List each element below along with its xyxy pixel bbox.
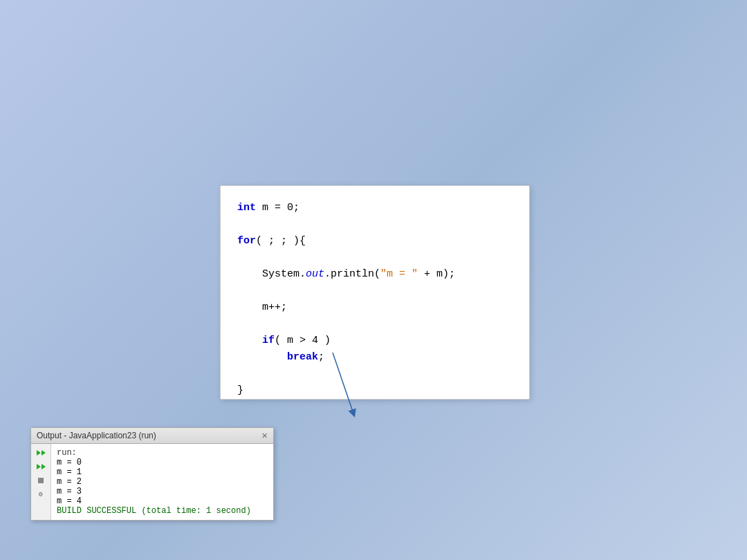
code-line-blank3 bbox=[237, 283, 513, 299]
output-toolbar: ⚙ bbox=[31, 444, 51, 520]
output-line-m3: m = 3 bbox=[57, 487, 268, 496]
output-line-m4: m = 4 bbox=[57, 496, 268, 506]
code-line-4: m++; bbox=[237, 299, 513, 316]
code-line-2: for( ; ; ){ bbox=[237, 233, 513, 250]
output-build-success: BUILD SUCCESSFUL (total time: 1 second) bbox=[57, 506, 268, 516]
code-line-5: if( m > 4 ) bbox=[237, 333, 513, 349]
code-line-blank4 bbox=[237, 316, 513, 333]
output-line-m2: m = 2 bbox=[57, 477, 268, 487]
output-close-button[interactable]: ✕ bbox=[261, 431, 268, 440]
code-line-blank1 bbox=[237, 216, 513, 233]
code-line-3: System.out.println("m = " + m); bbox=[237, 266, 513, 283]
output-title: Output - JavaApplication23 (run) bbox=[37, 431, 156, 440]
output-line-m1: m = 1 bbox=[57, 467, 268, 477]
output-line-m0: m = 0 bbox=[57, 458, 268, 467]
code-line-7: } bbox=[237, 382, 513, 399]
code-line-blank2 bbox=[237, 250, 513, 266]
output-run-label: run: bbox=[57, 448, 268, 458]
output-panel: Output - JavaApplication23 (run) ✕ bbox=[30, 427, 274, 521]
output-body: ⚙ run: m = 0 m = 1 m = 2 m = 3 m = 4 BUI… bbox=[31, 444, 273, 520]
output-header: Output - JavaApplication23 (run) ✕ bbox=[31, 428, 273, 444]
output-text-area: run: m = 0 m = 1 m = 2 m = 3 m = 4 BUILD… bbox=[51, 444, 273, 520]
code-panel: int m = 0; for( ; ; ){ System.out.printl… bbox=[220, 185, 530, 400]
code-line-1: int m = 0; bbox=[237, 200, 513, 216]
run-button[interactable] bbox=[34, 447, 48, 459]
run-again-button[interactable] bbox=[34, 460, 48, 473]
output-header-left: Output - JavaApplication23 (run) bbox=[37, 431, 156, 440]
settings-button[interactable]: ⚙ bbox=[34, 488, 48, 501]
stop-button[interactable] bbox=[34, 474, 48, 487]
gear-icon: ⚙ bbox=[39, 490, 43, 498]
code-line-6: break; bbox=[237, 349, 513, 366]
code-line-blank5 bbox=[237, 366, 513, 382]
